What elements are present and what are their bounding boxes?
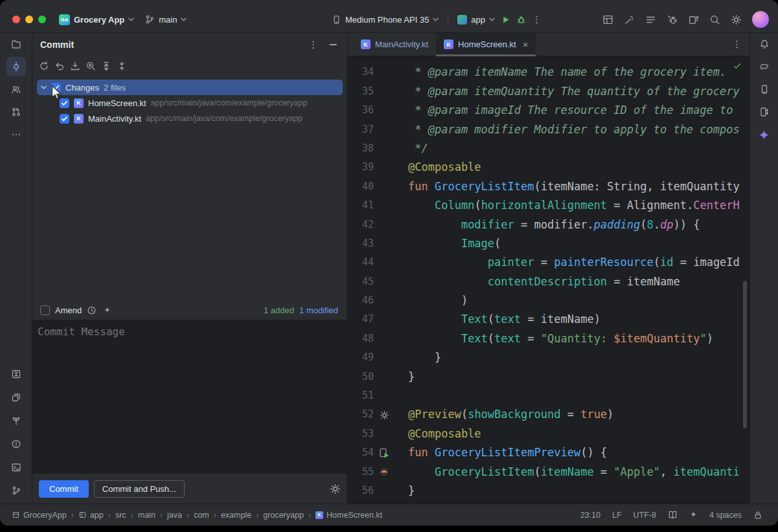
breadcrumb-item[interactable]: com [194, 511, 209, 520]
layout-inspector-icon[interactable] [602, 14, 613, 25]
breadcrumb-item[interactable]: src [115, 511, 126, 520]
breadcrumb-item[interactable]: example [221, 511, 251, 520]
code-line-38: 38 */ [348, 139, 749, 158]
amend-label: Amend [55, 305, 82, 315]
settings-icon[interactable] [731, 14, 742, 25]
commit-button[interactable]: Commit [39, 480, 89, 498]
line-number: 40 [348, 177, 374, 196]
minimize-window-button[interactable] [25, 16, 33, 23]
app-inspection-icon[interactable] [6, 364, 26, 384]
line-number: 56 [348, 482, 374, 500]
debug-button[interactable] [516, 15, 526, 25]
terminal-icon[interactable] [6, 458, 26, 477]
gutter-run-icon[interactable] [376, 443, 392, 462]
commit-and-push-button[interactable]: Commit and Push... [94, 480, 185, 498]
commit-tool-window: Commit Changes 2 files K HomeScreen.kt a… [32, 33, 348, 504]
left-tool-stripe [0, 33, 32, 504]
attach-debugger-icon[interactable] [667, 14, 678, 25]
device-manager-icon[interactable] [688, 14, 699, 25]
user-avatar[interactable] [752, 11, 769, 28]
gemini-icon[interactable] [755, 125, 774, 144]
cursor-position[interactable]: 23:10 [580, 511, 601, 520]
gradle-icon[interactable] [755, 57, 774, 76]
layers-icon[interactable] [6, 388, 26, 407]
ai-spark-icon[interactable] [689, 511, 698, 519]
close-tab-icon[interactable]: × [523, 39, 529, 49]
more-tools-icon[interactable] [6, 125, 26, 144]
breadcrumb-item[interactable]: groceryapp [263, 511, 304, 520]
branch-selector[interactable]: main [144, 14, 187, 25]
amend-checkbox[interactable] [40, 305, 50, 315]
hide-panel-icon[interactable] [330, 44, 337, 45]
shelve-icon[interactable] [70, 61, 80, 71]
notifications-icon[interactable] [755, 34, 774, 54]
commit-icon[interactable] [6, 57, 26, 76]
rollback-icon[interactable] [54, 61, 65, 71]
breadcrumb-item[interactable]: app [78, 511, 104, 520]
ai-spark-icon[interactable] [103, 306, 111, 315]
ai-actions-icon[interactable] [624, 14, 635, 25]
run-button[interactable] [501, 15, 510, 25]
code-line-56: 56} [348, 482, 749, 500]
close-window-button[interactable] [12, 16, 20, 23]
problems-icon[interactable] [6, 434, 26, 454]
pull-requests-icon[interactable] [6, 102, 26, 122]
device-manager-phone-icon[interactable] [755, 80, 774, 99]
breadcrumb-item[interactable]: java [167, 511, 182, 520]
panel-options-icon[interactable] [308, 40, 318, 50]
device-explorer-icon[interactable] [755, 102, 774, 122]
line-number: 41 [348, 196, 374, 215]
expand-all-icon[interactable] [101, 61, 111, 71]
chevron-expanded-icon[interactable] [41, 85, 47, 89]
zoom-window-button[interactable] [38, 16, 46, 23]
services-icon[interactable] [6, 411, 26, 430]
breadcrumb-item[interactable]: main [138, 511, 155, 520]
preview-diff-icon[interactable] [86, 61, 96, 71]
project-icon[interactable] [6, 34, 26, 54]
editor-tab-bar: K MainActivity.kt K HomeScreen.kt × [348, 33, 749, 56]
editor-tab[interactable]: K HomeScreen.kt × [436, 33, 536, 56]
project-badge-icon: GA [59, 14, 70, 25]
line-number: 37 [348, 120, 374, 139]
code-line-37: 37 * @param modifier Modifier to apply t… [348, 120, 749, 139]
code-editor[interactable]: 3334 * @param itemName The name of the g… [348, 56, 749, 504]
window-controls [12, 16, 46, 23]
project-selector[interactable]: GA Grocery App [59, 14, 134, 25]
breadcrumb-item[interactable]: KHomeScreen.kt [315, 511, 382, 520]
commit-panel-title: Commit [40, 39, 74, 50]
version-control-icon[interactable] [6, 481, 26, 500]
users-icon[interactable] [6, 80, 26, 99]
changed-file-row[interactable]: K MainActivity.kt app/src/main/java/com/… [32, 111, 347, 126]
project-name: Grocery App [74, 15, 124, 25]
history-icon[interactable] [87, 305, 97, 315]
module-icon [78, 511, 87, 519]
device-selector[interactable]: Medium Phone API 35 [332, 15, 439, 25]
tab-options-icon[interactable] [732, 33, 749, 56]
editor-scrollbar[interactable] [743, 281, 747, 428]
editor-tab[interactable]: K MainActivity.kt [353, 33, 436, 56]
collapse-all-icon[interactable] [117, 61, 127, 71]
reader-mode-icon[interactable] [668, 510, 678, 520]
file-checkbox[interactable] [60, 114, 69, 124]
more-actions-icon[interactable] [532, 15, 542, 25]
gutter-gear-icon[interactable] [376, 405, 392, 424]
run-config-name: app [471, 15, 485, 25]
logcat-icon[interactable] [645, 14, 656, 25]
changed-file-row[interactable]: K HomeScreen.kt app/src/main/java/com/ex… [32, 95, 347, 111]
inspections-ok-icon[interactable] [733, 61, 742, 73]
search-icon[interactable] [709, 14, 720, 25]
commit-options-gear-icon[interactable] [330, 483, 341, 494]
gutter-img-icon[interactable] [376, 463, 392, 482]
breadcrumb-item[interactable]: GroceryApp [12, 511, 67, 520]
line-separator[interactable]: LF [612, 511, 622, 520]
code-line-45: 45 contentDescription = itemName [348, 272, 749, 291]
lock-icon[interactable] [753, 511, 762, 520]
changes-root-row[interactable]: Changes 2 files [37, 80, 343, 95]
commit-message-input[interactable]: Commit Message [32, 320, 347, 474]
refresh-icon[interactable] [39, 61, 49, 71]
file-encoding[interactable]: UTF-8 [634, 511, 656, 520]
run-config-selector[interactable]: app [457, 15, 495, 25]
indent-setting[interactable]: 4 spaces [709, 511, 742, 520]
line-number: 42 [348, 216, 374, 234]
line-number: 36 [348, 101, 374, 120]
